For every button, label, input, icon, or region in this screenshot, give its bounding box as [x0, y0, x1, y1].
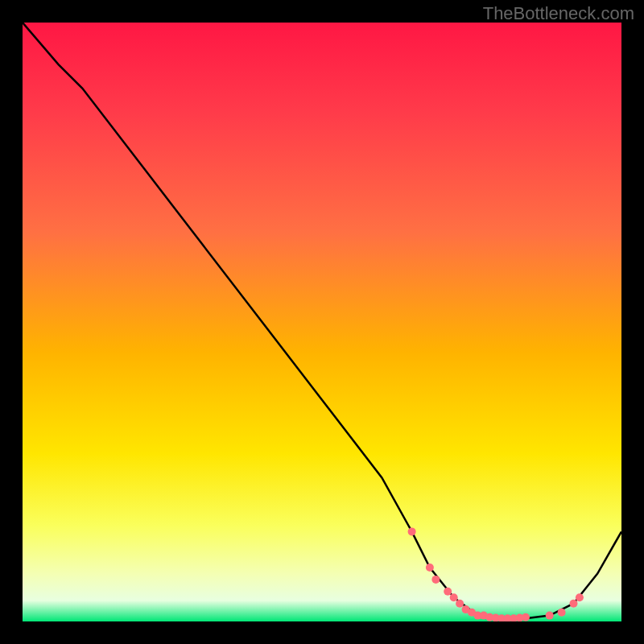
highlight-marker — [456, 600, 464, 608]
watermark-text: TheBottleneck.com — [483, 3, 634, 24]
highlight-marker — [431, 576, 440, 584]
highlight-marker — [408, 527, 416, 535]
highlight-marker — [444, 588, 452, 596]
highlight-marker — [426, 564, 434, 572]
chart-line-layer — [23, 23, 621, 621]
highlight-marker — [450, 593, 458, 601]
highlight-marker — [558, 609, 566, 617]
highlight-marker — [522, 613, 530, 621]
bottleneck-curve — [23, 23, 621, 618]
highlight-marker — [576, 593, 584, 601]
highlight-marker — [570, 600, 578, 608]
highlight-marker — [546, 612, 554, 620]
plot-area — [23, 23, 621, 621]
